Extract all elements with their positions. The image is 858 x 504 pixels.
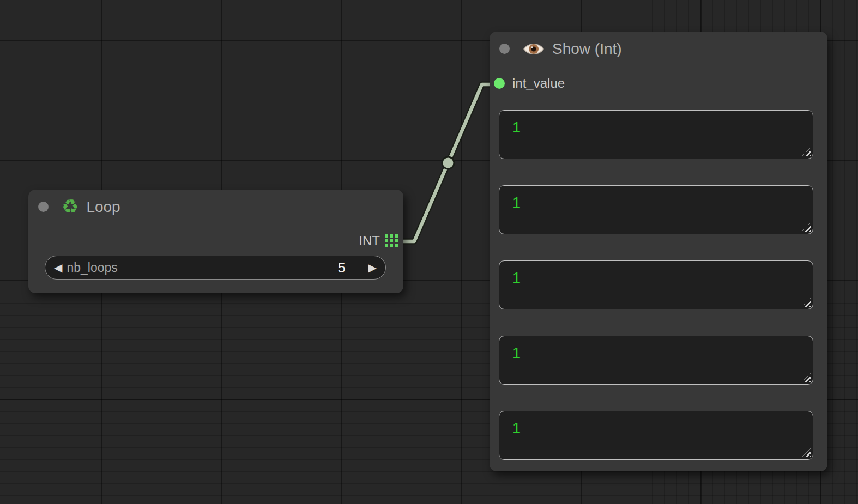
recycle-glyph: ♻ bbox=[62, 197, 78, 216]
value-textarea[interactable]: 1 bbox=[499, 110, 813, 159]
value-textarea[interactable]: 1 bbox=[499, 185, 813, 234]
decrement-arrow-icon[interactable]: ◀ bbox=[54, 262, 62, 273]
eye-icon bbox=[523, 41, 545, 57]
collapse-dot[interactable] bbox=[38, 202, 49, 212]
value-textarea[interactable]: 1 bbox=[499, 411, 813, 460]
nb-loops-widget[interactable]: ◀ nb_loops 5 ▶ bbox=[45, 256, 386, 280]
link-midpoint-dot[interactable] bbox=[442, 157, 454, 169]
node-title: Show (Int) bbox=[552, 40, 622, 58]
input-row: int_value bbox=[494, 75, 565, 92]
recycle-icon: ♻ bbox=[62, 197, 78, 216]
resize-grip-icon[interactable] bbox=[802, 298, 811, 307]
resize-grip-icon[interactable] bbox=[802, 148, 811, 156]
node-show-int[interactable]: Show (Int) int_value 1 1 1 1 1 bbox=[490, 32, 827, 471]
value-textarea[interactable]: 1 bbox=[499, 336, 813, 385]
int-value-input-socket[interactable] bbox=[494, 78, 505, 89]
node-show-header[interactable]: Show (Int) bbox=[490, 32, 827, 66]
increment-arrow-icon[interactable]: ▶ bbox=[368, 262, 377, 273]
widget-value: 5 bbox=[338, 260, 346, 276]
input-label: int_value bbox=[512, 76, 565, 91]
widget-label: nb_loops bbox=[67, 260, 337, 275]
collapse-dot[interactable] bbox=[499, 44, 510, 54]
value-textarea[interactable]: 1 bbox=[499, 260, 813, 309]
resize-grip-icon[interactable] bbox=[802, 373, 811, 382]
int-output-socket[interactable] bbox=[385, 234, 398, 247]
grid-socket-icon bbox=[385, 234, 398, 247]
resize-grip-icon[interactable] bbox=[802, 448, 811, 457]
eye-glyph bbox=[523, 41, 545, 57]
node-loop[interactable]: ♻ Loop INT ◀ nb_loops 5 ▶ bbox=[28, 190, 403, 293]
node-loop-header[interactable]: ♻ Loop bbox=[28, 190, 403, 224]
output-row: INT bbox=[28, 232, 398, 250]
node-title: Loop bbox=[86, 198, 120, 216]
resize-grip-icon[interactable] bbox=[802, 223, 811, 232]
node-editor-canvas[interactable]: ♻ Loop INT ◀ nb_loops 5 ▶ bbox=[0, 0, 858, 504]
int-value-list: 1 1 1 1 1 bbox=[499, 110, 813, 460]
output-label: INT bbox=[359, 233, 380, 248]
